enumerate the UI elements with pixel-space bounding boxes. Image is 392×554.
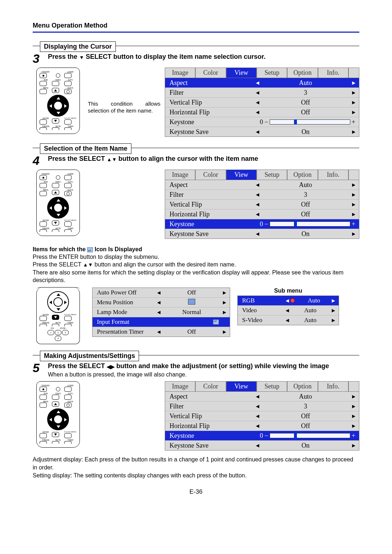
step-3: 3 Press the ▼ SELECT button to display t… [33,52,359,65]
page-header: Menu Operation Method [33,22,359,33]
osd-menu-step4: ImageColorViewSetupOptionInfo.Aspect◀Aut… [165,170,359,239]
osd-submenu-right: RGB◀Auto▶Video◀Auto▶S-Video◀Auto▶ [237,296,339,325]
osd-tab: View [226,68,257,78]
osd-item-value: On [259,128,352,136]
right-triangle-icon: ▶ [332,318,335,323]
step-3-instruction-a: Press the [48,53,79,60]
left-triangle-icon: ◀ [256,129,259,135]
osd-row: Filter◀3▶ [165,190,359,200]
svg-marker-6 [54,433,57,436]
osd-tab: View [226,381,257,391]
osd-row: Video◀Auto▶ [238,306,339,315]
note-title-b: Icon Is Displayed [95,246,142,252]
osd-item-value: Off [259,422,352,430]
osd-item-value: Auto [296,297,332,304]
osd-row: Vertical Flip◀Off▶ [165,200,359,209]
osd-row: Keystone0−+ [165,117,359,127]
right-triangle-icon: ▶ [352,80,355,86]
right-triangle-icon: ▶ [352,414,355,419]
osd-item-name: RGB [238,297,284,304]
step-3-instruction-b: SELECT button to display the item name s… [86,53,265,60]
left-triangle-icon: ◀ [286,298,289,304]
remote-diagram: STANDBYLASERRGBVIDEOAUTOMENUQUICKENTERR-… [36,170,80,236]
osd-item-name: Keystone Save [165,230,254,238]
osd-item-name: Keystone [165,432,254,440]
osd-item-name: Horizontal Flip [165,109,254,116]
left-triangle-icon: ◀ [256,404,259,409]
osd-tab: Image [165,170,195,180]
step-5-sub: When a button is pressed, the image will… [48,371,187,378]
left-triangle-icon: ◀ [256,192,259,197]
left-triangle-icon: ◀ [256,182,259,188]
step-4-instruction-b: button to align the cursor with the item… [118,155,258,162]
enter-icon [87,247,93,252]
remote-diagram: STANDBYLASERRGBVIDEOAUTOMENUQUICKENTERR-… [36,381,80,448]
left-triangle-icon: ◀ [157,329,160,335]
left-triangle-icon: ◀ [256,443,259,448]
right-triangle-icon: ▶ [352,182,355,188]
osd-item-name: Vertical Flip [165,201,254,208]
right-triangle-icon: ▶ [223,329,226,335]
remote-diagram: STANDBYLASERRGBVIDEOAUTOMENUQUICKENTERR-… [36,68,80,134]
note-line2a: Press the SELECT [33,261,83,268]
osd-tab: Setup [257,381,287,391]
osd-tab: Info. [318,170,348,180]
right-triangle-icon: ▶ [352,90,355,95]
right-triangle-icon: ▶ [352,100,355,105]
osd-item-value: Auto [259,181,352,189]
updown-triangle-icon: ▲▼ [107,155,117,164]
left-triangle-icon: ◀ [157,300,160,305]
note-line1: Press the ENTER button to display the su… [33,254,159,260]
radio-icon [290,298,295,303]
osd-item-value: Normal [160,309,223,316]
step-5-desc1: Adjustment display: Each press of the bu… [33,456,353,471]
right-triangle-icon: ▶ [332,308,335,313]
right-triangle-icon: ▶ [352,423,355,429]
osd-item-name: S-Video [238,317,284,324]
osd-item-name: Video [238,307,284,314]
osd-row: Aspect◀Auto▶ [165,392,359,402]
osd-item-value: On [259,442,352,449]
osd-tab: Info. [318,381,348,391]
note-line2b: button and align the cursor with the des… [95,261,236,268]
osd-row: Auto Power Off◀Off▶ [93,288,230,298]
osd-row: Input Format [93,317,230,327]
left-triangle-icon: ◀ [256,100,259,105]
osd-item-name: Input Format [93,318,156,326]
right-triangle-icon: ▶ [352,231,355,237]
osd-tab: Info. [318,68,348,78]
enter-icon [213,319,219,325]
svg-marker-0 [54,89,57,91]
osd-submenu-left: Auto Power Off◀Off▶Menu Position◀▶Lamp M… [92,288,230,337]
osd-item-value: Off [160,328,223,335]
osd-item-name: Aspect [165,393,254,400]
osd-row: RGB◀Auto▶ [238,296,339,306]
right-triangle-icon: ▶ [223,310,226,315]
osd-row: Keystone Save◀On▶ [165,229,359,239]
left-triangle-icon: ◀ [256,394,259,399]
osd-item-name: Vertical Flip [165,412,254,420]
osd-item-value: On [259,230,352,238]
osd-item-value: 3 [259,403,352,410]
right-triangle-icon: ▶ [352,110,355,115]
osd-item-value: Off [259,109,352,116]
page-footer: E-36 [33,488,359,496]
osd-item-name: Keystone [165,118,254,126]
right-triangle-icon: ▶ [223,290,226,296]
osd-item-name: Auto Power Off [93,289,156,296]
osd-item-value: Auto [289,317,332,324]
osd-item-name: Keystone Save [165,442,254,449]
right-triangle-icon: ▶ [223,300,226,305]
left-triangle-icon: ◀ [256,90,259,95]
osd-item-value: Auto [259,393,352,400]
svg-marker-2 [54,191,57,194]
osd-row: Filter◀3▶ [165,402,359,411]
osd-row: Horizontal Flip◀Off▶ [165,209,359,219]
section-3-label: Displaying the Cursor [33,41,359,50]
osd-item-value: Off [259,99,352,106]
osd-row: Aspect◀Auto▶ [165,78,359,88]
osd-row: Lamp Mode◀Normal▶ [93,307,230,317]
section-5-label: Making Adjustments/Settings [33,351,359,359]
left-triangle-icon: ◀ [256,423,259,429]
step-4: 4 Press the SELECT ▲▼ button to align th… [33,154,359,167]
